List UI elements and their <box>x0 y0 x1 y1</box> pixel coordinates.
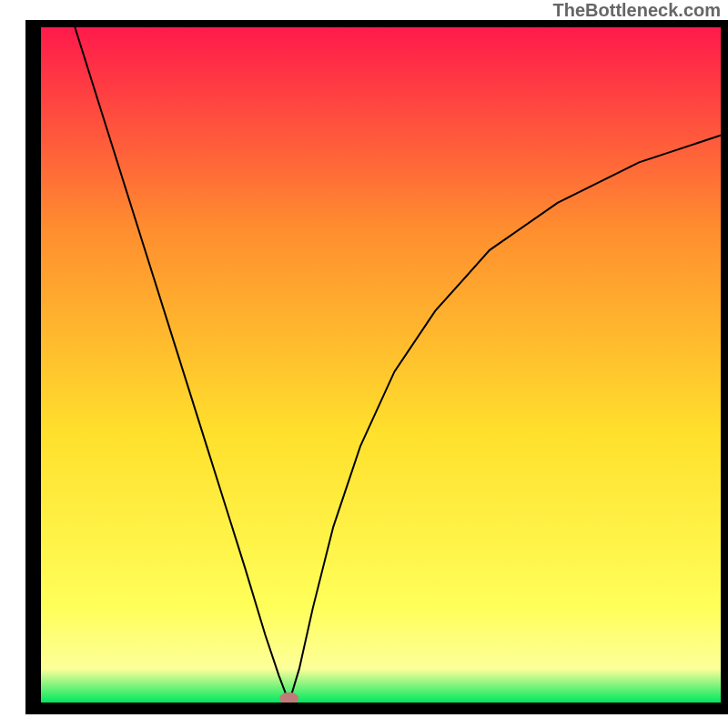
chart-black-border <box>25 20 728 714</box>
chart-frame: TheBottleneck.com <box>0 0 728 728</box>
watermark-text: TheBottleneck.com <box>553 0 721 21</box>
plot-area <box>41 27 721 703</box>
gradient-background <box>41 27 721 703</box>
chart-svg <box>41 27 721 703</box>
